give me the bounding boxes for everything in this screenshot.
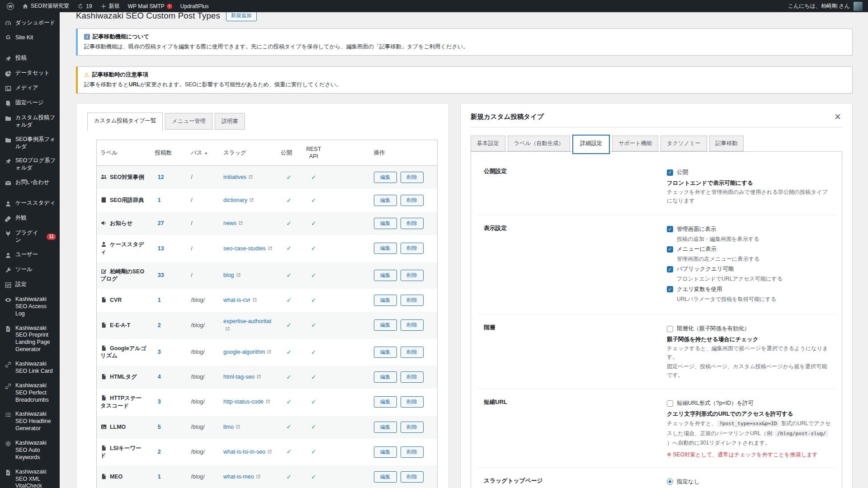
- checkbox-checked[interactable]: ✓: [667, 169, 673, 176]
- sidebar-item-plugins[interactable]: プラグイン11: [0, 226, 60, 248]
- sidebar-item-seo-blog-folder[interactable]: SEOブログ系フォルダ: [0, 154, 60, 175]
- post-count-link[interactable]: 27: [151, 212, 188, 235]
- sidebar-item-dataset[interactable]: データセット: [0, 66, 60, 81]
- checkbox-checked[interactable]: ✓: [667, 286, 673, 292]
- slug-link[interactable]: seo-case-studies: [223, 245, 266, 252]
- panel-tab-advanced[interactable]: 詳細設定: [572, 135, 610, 154]
- sidebar-item-kashiwazaki-access-log[interactable]: Kashiwazaki SEO Access Log: [0, 292, 60, 321]
- edit-button[interactable]: 編集: [374, 422, 397, 433]
- post-count-link[interactable]: 1: [151, 289, 188, 312]
- sidebar-item-settings[interactable]: 設定: [0, 277, 60, 292]
- sidebar-item-contact[interactable]: お問い合わせ: [0, 175, 60, 190]
- slug-link[interactable]: what-is-lsi-in-seo: [223, 449, 265, 455]
- sidebar-item-seo-case-folder[interactable]: SEO事例系フォルダ: [0, 132, 60, 154]
- panel-tab-taxonomy[interactable]: タクソノミー: [660, 136, 707, 151]
- edit-button[interactable]: 編集: [374, 371, 397, 383]
- updates-link[interactable]: 19: [73, 0, 96, 12]
- slug-link[interactable]: llmo: [223, 424, 234, 430]
- delete-button[interactable]: 削除: [401, 218, 424, 229]
- slug-link[interactable]: what-is-cvr: [223, 297, 250, 303]
- delete-button[interactable]: 削除: [401, 172, 424, 183]
- checkbox-unchecked[interactable]: [667, 400, 673, 407]
- new-content-link[interactable]: 新規: [96, 0, 124, 12]
- post-count-link[interactable]: 3: [151, 339, 188, 366]
- sidebar-item-custom-post-folder[interactable]: カスタム投稿フォルダ: [0, 111, 60, 132]
- wp-mail-smtp-link[interactable]: WP Mail SMTP !: [124, 0, 176, 12]
- sidebar-item-kashiwazaki-preprint-lp[interactable]: Kashiwazaki SEO Preprint Landing Page Ge…: [0, 321, 60, 357]
- panel-tab-labels[interactable]: ラベル（自動生成）: [508, 136, 571, 151]
- tab-menu-manage[interactable]: メニュー管理: [165, 113, 212, 130]
- delete-button[interactable]: 削除: [401, 319, 424, 331]
- edit-button[interactable]: 編集: [374, 446, 397, 458]
- delete-button[interactable]: 削除: [401, 243, 424, 254]
- slug-link[interactable]: dictionary: [223, 197, 247, 203]
- delete-button[interactable]: 削除: [401, 471, 424, 483]
- panel-tab-support[interactable]: サポート機能: [612, 136, 658, 151]
- post-count-link[interactable]: 3: [151, 389, 188, 415]
- post-count-link[interactable]: 1: [151, 189, 188, 212]
- delete-button[interactable]: 削除: [401, 295, 424, 306]
- sidebar-item-kashiwazaki-link-card[interactable]: Kashiwazaki SEO Link Card: [0, 357, 60, 379]
- sidebar-item-site-kit[interactable]: GSite Kit: [0, 31, 60, 45]
- panel-tab-basic[interactable]: 基本設定: [471, 136, 505, 151]
- edit-button[interactable]: 編集: [374, 319, 397, 331]
- slug-link[interactable]: blog: [223, 272, 234, 278]
- sidebar-item-appearance[interactable]: 外観: [0, 211, 60, 226]
- delete-button[interactable]: 削除: [401, 422, 424, 433]
- post-count-link[interactable]: 5: [151, 416, 188, 439]
- edit-button[interactable]: 編集: [374, 195, 397, 206]
- sidebar-item-pages[interactable]: 固定ページ: [0, 96, 60, 111]
- sidebar-item-dashboard[interactable]: ダッシュボード: [0, 16, 60, 31]
- sidebar-item-kashiwazaki-xml-vitalcheck[interactable]: Kashiwazaki SEO XML VitalCheck: [0, 465, 60, 488]
- slug-link[interactable]: news: [223, 220, 236, 226]
- panel-tab-post-move[interactable]: 記事移動: [709, 136, 744, 151]
- delete-button[interactable]: 削除: [401, 195, 424, 206]
- tab-manual[interactable]: 説明書: [215, 113, 245, 130]
- sidebar-item-kashiwazaki-auto-keywords[interactable]: Kashiwazaki SEO Auto Keywords: [0, 436, 60, 465]
- post-count-link[interactable]: 13: [151, 235, 188, 262]
- post-count-link[interactable]: 33: [151, 262, 188, 289]
- slug-link[interactable]: expertise-authoritat: [223, 318, 271, 324]
- edit-button[interactable]: 編集: [374, 172, 397, 183]
- sidebar-item-tools[interactable]: ツール: [0, 263, 60, 277]
- sidebar-item-users[interactable]: ユーザー: [0, 248, 60, 263]
- edit-button[interactable]: 編集: [374, 270, 397, 281]
- delete-button[interactable]: 削除: [401, 396, 424, 408]
- user-greeting[interactable]: こんにちは、柏崎剛 さん: [788, 2, 850, 10]
- slug-link[interactable]: initiatives: [223, 174, 246, 180]
- wordpress-menu[interactable]: W: [3, 0, 18, 12]
- site-name-link[interactable]: SEO対策研究室: [18, 0, 73, 12]
- checkbox-checked[interactable]: ✓: [667, 266, 673, 272]
- column-header-path[interactable]: パス▲: [187, 140, 220, 166]
- post-count-link[interactable]: 12: [151, 166, 188, 189]
- sidebar-item-kashiwazaki-breadcrumbs[interactable]: Kashiwazaki SEO Perfect Breadcrumbs: [0, 379, 60, 408]
- edit-button[interactable]: 編集: [374, 243, 397, 254]
- post-count-link[interactable]: 4: [151, 366, 188, 389]
- delete-button[interactable]: 削除: [401, 371, 424, 383]
- close-icon[interactable]: ✕: [833, 113, 842, 121]
- edit-button[interactable]: 編集: [374, 347, 397, 358]
- tab-post-type-list[interactable]: カスタム投稿タイプ一覧: [87, 113, 163, 131]
- edit-button[interactable]: 編集: [374, 471, 397, 483]
- post-count-link[interactable]: 2: [151, 312, 188, 338]
- slug-link[interactable]: what-is-meo: [223, 474, 254, 480]
- checkbox-unchecked[interactable]: [667, 326, 673, 332]
- sidebar-item-case-study[interactable]: ケーススタディ: [0, 196, 60, 211]
- edit-button[interactable]: 編集: [374, 396, 397, 408]
- post-count-link[interactable]: 1: [151, 465, 188, 488]
- delete-button[interactable]: 削除: [401, 347, 424, 358]
- delete-button[interactable]: 削除: [401, 446, 424, 458]
- post-count-link[interactable]: 2: [151, 439, 188, 465]
- edit-button[interactable]: 編集: [374, 218, 397, 229]
- sidebar-item-media[interactable]: メディア: [0, 81, 60, 96]
- sidebar-item-kashiwazaki-headline[interactable]: Kashiwazaki SEO Headline Generator: [0, 407, 60, 436]
- checkbox-checked[interactable]: ✓: [667, 226, 673, 232]
- avatar[interactable]: [854, 2, 863, 11]
- slug-link[interactable]: http-status-code: [223, 399, 264, 405]
- radio-checked[interactable]: [667, 479, 673, 485]
- delete-button[interactable]: 削除: [401, 270, 424, 281]
- slug-link[interactable]: html-tag-seo: [223, 374, 255, 380]
- slug-link[interactable]: google-algorithm: [223, 349, 265, 355]
- checkbox-checked[interactable]: ✓: [667, 246, 673, 253]
- sidebar-item-posts[interactable]: 投稿: [0, 51, 60, 66]
